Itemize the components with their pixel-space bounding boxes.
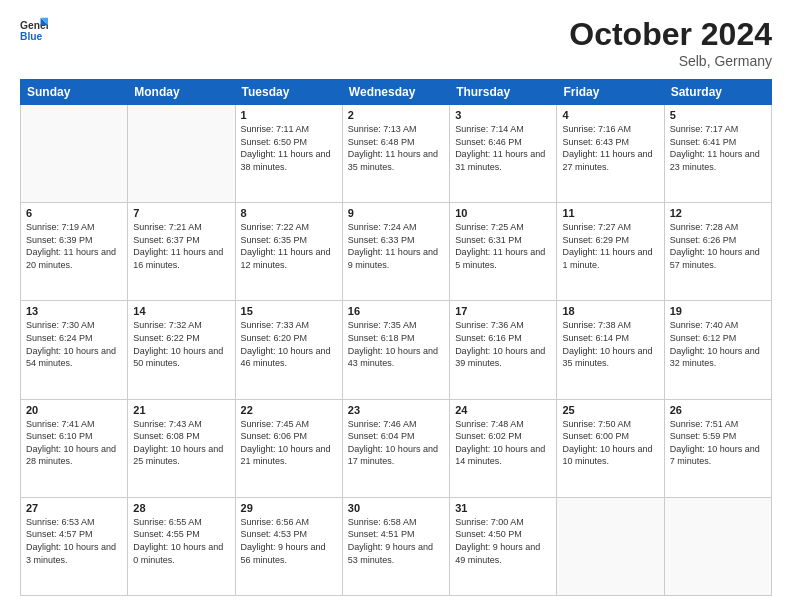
calendar-cell: 25Sunrise: 7:50 AM Sunset: 6:00 PM Dayli… <box>557 399 664 497</box>
day-info: Sunrise: 7:45 AM Sunset: 6:06 PM Dayligh… <box>241 418 337 468</box>
calendar-cell <box>21 105 128 203</box>
day-info: Sunrise: 7:14 AM Sunset: 6:46 PM Dayligh… <box>455 123 551 173</box>
day-number: 12 <box>670 207 766 219</box>
day-number: 21 <box>133 404 229 416</box>
logo-icon: General Blue <box>20 16 48 44</box>
calendar-cell: 4Sunrise: 7:16 AM Sunset: 6:43 PM Daylig… <box>557 105 664 203</box>
calendar-cell: 5Sunrise: 7:17 AM Sunset: 6:41 PM Daylig… <box>664 105 771 203</box>
calendar-cell <box>557 497 664 595</box>
day-info: Sunrise: 7:25 AM Sunset: 6:31 PM Dayligh… <box>455 221 551 271</box>
day-info: Sunrise: 7:24 AM Sunset: 6:33 PM Dayligh… <box>348 221 444 271</box>
calendar-cell: 2Sunrise: 7:13 AM Sunset: 6:48 PM Daylig… <box>342 105 449 203</box>
day-number: 9 <box>348 207 444 219</box>
day-number: 18 <box>562 305 658 317</box>
calendar-cell: 10Sunrise: 7:25 AM Sunset: 6:31 PM Dayli… <box>450 203 557 301</box>
calendar-cell: 16Sunrise: 7:35 AM Sunset: 6:18 PM Dayli… <box>342 301 449 399</box>
day-number: 7 <box>133 207 229 219</box>
calendar-cell <box>664 497 771 595</box>
day-number: 25 <box>562 404 658 416</box>
calendar-cell: 27Sunrise: 6:53 AM Sunset: 4:57 PM Dayli… <box>21 497 128 595</box>
day-number: 13 <box>26 305 122 317</box>
calendar-cell: 9Sunrise: 7:24 AM Sunset: 6:33 PM Daylig… <box>342 203 449 301</box>
calendar-week-row: 27Sunrise: 6:53 AM Sunset: 4:57 PM Dayli… <box>21 497 772 595</box>
day-info: Sunrise: 7:48 AM Sunset: 6:02 PM Dayligh… <box>455 418 551 468</box>
day-number: 3 <box>455 109 551 121</box>
calendar-cell: 15Sunrise: 7:33 AM Sunset: 6:20 PM Dayli… <box>235 301 342 399</box>
day-info: Sunrise: 7:51 AM Sunset: 5:59 PM Dayligh… <box>670 418 766 468</box>
day-info: Sunrise: 7:36 AM Sunset: 6:16 PM Dayligh… <box>455 319 551 369</box>
calendar-cell: 7Sunrise: 7:21 AM Sunset: 6:37 PM Daylig… <box>128 203 235 301</box>
header: General Blue October 2024 Selb, Germany <box>20 16 772 69</box>
day-number: 24 <box>455 404 551 416</box>
calendar-cell: 3Sunrise: 7:14 AM Sunset: 6:46 PM Daylig… <box>450 105 557 203</box>
calendar-cell <box>128 105 235 203</box>
day-number: 8 <box>241 207 337 219</box>
calendar-week-row: 6Sunrise: 7:19 AM Sunset: 6:39 PM Daylig… <box>21 203 772 301</box>
day-number: 10 <box>455 207 551 219</box>
day-number: 17 <box>455 305 551 317</box>
day-number: 14 <box>133 305 229 317</box>
calendar-cell: 26Sunrise: 7:51 AM Sunset: 5:59 PM Dayli… <box>664 399 771 497</box>
calendar-cell: 28Sunrise: 6:55 AM Sunset: 4:55 PM Dayli… <box>128 497 235 595</box>
calendar-cell: 21Sunrise: 7:43 AM Sunset: 6:08 PM Dayli… <box>128 399 235 497</box>
calendar-cell: 17Sunrise: 7:36 AM Sunset: 6:16 PM Dayli… <box>450 301 557 399</box>
calendar-cell: 18Sunrise: 7:38 AM Sunset: 6:14 PM Dayli… <box>557 301 664 399</box>
day-info: Sunrise: 7:28 AM Sunset: 6:26 PM Dayligh… <box>670 221 766 271</box>
calendar-week-row: 13Sunrise: 7:30 AM Sunset: 6:24 PM Dayli… <box>21 301 772 399</box>
weekday-header: Thursday <box>450 80 557 105</box>
day-number: 19 <box>670 305 766 317</box>
calendar-header-row: SundayMondayTuesdayWednesdayThursdayFrid… <box>21 80 772 105</box>
day-number: 26 <box>670 404 766 416</box>
day-info: Sunrise: 7:41 AM Sunset: 6:10 PM Dayligh… <box>26 418 122 468</box>
day-number: 6 <box>26 207 122 219</box>
calendar-cell: 30Sunrise: 6:58 AM Sunset: 4:51 PM Dayli… <box>342 497 449 595</box>
calendar-cell: 6Sunrise: 7:19 AM Sunset: 6:39 PM Daylig… <box>21 203 128 301</box>
day-info: Sunrise: 7:16 AM Sunset: 6:43 PM Dayligh… <box>562 123 658 173</box>
day-info: Sunrise: 7:27 AM Sunset: 6:29 PM Dayligh… <box>562 221 658 271</box>
day-number: 23 <box>348 404 444 416</box>
calendar-cell: 14Sunrise: 7:32 AM Sunset: 6:22 PM Dayli… <box>128 301 235 399</box>
calendar-week-row: 1Sunrise: 7:11 AM Sunset: 6:50 PM Daylig… <box>21 105 772 203</box>
day-number: 28 <box>133 502 229 514</box>
weekday-header: Tuesday <box>235 80 342 105</box>
day-number: 27 <box>26 502 122 514</box>
location: Selb, Germany <box>569 53 772 69</box>
calendar-cell: 13Sunrise: 7:30 AM Sunset: 6:24 PM Dayli… <box>21 301 128 399</box>
day-info: Sunrise: 7:30 AM Sunset: 6:24 PM Dayligh… <box>26 319 122 369</box>
weekday-header: Monday <box>128 80 235 105</box>
weekday-header: Sunday <box>21 80 128 105</box>
calendar-page: General Blue October 2024 Selb, Germany … <box>0 0 792 612</box>
calendar-cell: 20Sunrise: 7:41 AM Sunset: 6:10 PM Dayli… <box>21 399 128 497</box>
day-info: Sunrise: 7:33 AM Sunset: 6:20 PM Dayligh… <box>241 319 337 369</box>
title-block: October 2024 Selb, Germany <box>569 16 772 69</box>
calendar-cell: 11Sunrise: 7:27 AM Sunset: 6:29 PM Dayli… <box>557 203 664 301</box>
svg-text:Blue: Blue <box>20 31 43 42</box>
calendar-cell: 12Sunrise: 7:28 AM Sunset: 6:26 PM Dayli… <box>664 203 771 301</box>
weekday-header: Wednesday <box>342 80 449 105</box>
calendar-week-row: 20Sunrise: 7:41 AM Sunset: 6:10 PM Dayli… <box>21 399 772 497</box>
weekday-header: Saturday <box>664 80 771 105</box>
day-info: Sunrise: 7:13 AM Sunset: 6:48 PM Dayligh… <box>348 123 444 173</box>
day-info: Sunrise: 7:21 AM Sunset: 6:37 PM Dayligh… <box>133 221 229 271</box>
day-info: Sunrise: 7:35 AM Sunset: 6:18 PM Dayligh… <box>348 319 444 369</box>
day-info: Sunrise: 7:32 AM Sunset: 6:22 PM Dayligh… <box>133 319 229 369</box>
calendar-table: SundayMondayTuesdayWednesdayThursdayFrid… <box>20 79 772 596</box>
day-number: 30 <box>348 502 444 514</box>
day-number: 1 <box>241 109 337 121</box>
day-info: Sunrise: 7:50 AM Sunset: 6:00 PM Dayligh… <box>562 418 658 468</box>
day-info: Sunrise: 7:00 AM Sunset: 4:50 PM Dayligh… <box>455 516 551 566</box>
day-info: Sunrise: 6:53 AM Sunset: 4:57 PM Dayligh… <box>26 516 122 566</box>
calendar-cell: 29Sunrise: 6:56 AM Sunset: 4:53 PM Dayli… <box>235 497 342 595</box>
month-title: October 2024 <box>569 16 772 53</box>
day-info: Sunrise: 7:22 AM Sunset: 6:35 PM Dayligh… <box>241 221 337 271</box>
day-info: Sunrise: 7:38 AM Sunset: 6:14 PM Dayligh… <box>562 319 658 369</box>
calendar-cell: 23Sunrise: 7:46 AM Sunset: 6:04 PM Dayli… <box>342 399 449 497</box>
day-info: Sunrise: 6:56 AM Sunset: 4:53 PM Dayligh… <box>241 516 337 566</box>
day-info: Sunrise: 7:43 AM Sunset: 6:08 PM Dayligh… <box>133 418 229 468</box>
day-info: Sunrise: 7:11 AM Sunset: 6:50 PM Dayligh… <box>241 123 337 173</box>
calendar-cell: 1Sunrise: 7:11 AM Sunset: 6:50 PM Daylig… <box>235 105 342 203</box>
calendar-cell: 19Sunrise: 7:40 AM Sunset: 6:12 PM Dayli… <box>664 301 771 399</box>
day-info: Sunrise: 6:58 AM Sunset: 4:51 PM Dayligh… <box>348 516 444 566</box>
calendar-cell: 8Sunrise: 7:22 AM Sunset: 6:35 PM Daylig… <box>235 203 342 301</box>
day-info: Sunrise: 7:17 AM Sunset: 6:41 PM Dayligh… <box>670 123 766 173</box>
